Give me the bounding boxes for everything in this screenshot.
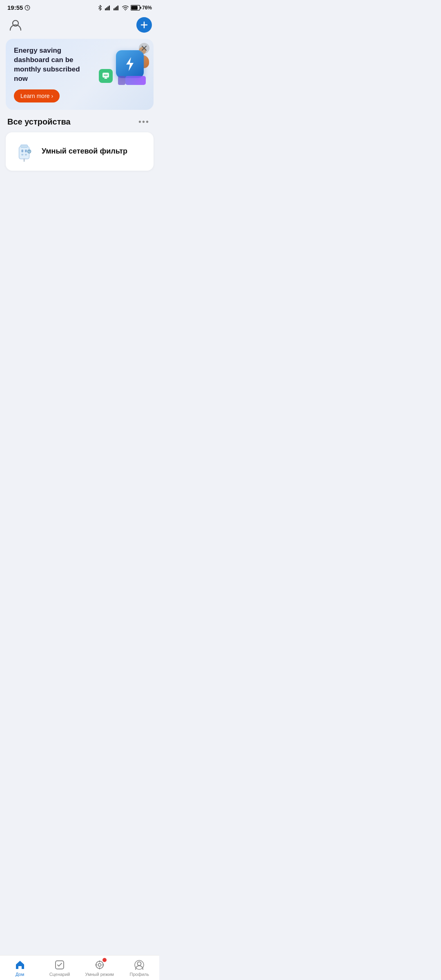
svg-point-9	[125, 10, 126, 10]
svg-rect-4	[109, 5, 110, 10]
svg-rect-1	[105, 8, 106, 10]
bluetooth-icon	[97, 5, 103, 11]
close-icon	[142, 46, 147, 51]
devices-section-header: Все устройства •••	[0, 116, 159, 132]
svg-rect-5	[114, 8, 114, 10]
power-strip-svg	[14, 141, 36, 162]
status-time: 19:55	[7, 4, 30, 11]
add-device-button[interactable]	[136, 17, 152, 33]
banner-images	[95, 46, 148, 87]
status-bar: 19:55	[0, 0, 159, 13]
svg-rect-6	[115, 7, 116, 10]
svg-rect-7	[116, 6, 117, 10]
purple-small-rect	[118, 76, 125, 85]
status-icons: 76%	[97, 5, 152, 11]
svg-rect-26	[21, 154, 23, 156]
clock-icon	[24, 5, 30, 11]
close-banner-button[interactable]	[139, 43, 149, 53]
battery-icon: 76%	[131, 5, 152, 11]
device-icon	[14, 140, 36, 163]
device-name: Умный сетевой фильтр	[42, 147, 127, 156]
wifi-icon	[122, 5, 129, 11]
learn-more-button[interactable]: Learn more ›	[14, 89, 60, 102]
svg-rect-2	[106, 7, 107, 10]
battery-percent: 76%	[142, 5, 152, 11]
svg-rect-24	[21, 149, 23, 152]
banner-text: Energy saving dashboard can be monthly s…	[14, 46, 95, 102]
purple-rect	[125, 76, 146, 85]
chat-bubble-icon	[99, 69, 113, 83]
signal-icon	[105, 5, 111, 11]
learn-more-label: Learn more	[20, 93, 50, 99]
signal-icon-2	[114, 5, 120, 11]
svg-rect-27	[25, 154, 27, 156]
profile-avatar-button[interactable]	[7, 17, 24, 33]
more-options-button[interactable]: •••	[136, 116, 152, 127]
svg-point-20	[104, 75, 105, 76]
lightning-box	[116, 50, 144, 78]
svg-point-22	[107, 75, 108, 76]
svg-rect-29	[20, 145, 27, 147]
lightning-icon	[121, 56, 138, 73]
promo-banner: Energy saving dashboard can be monthly s…	[6, 39, 154, 110]
plus-icon	[140, 21, 148, 29]
section-title: Все устройства	[7, 117, 71, 127]
chat-icon	[102, 72, 110, 80]
main-content: Energy saving dashboard can be monthly s…	[0, 39, 159, 224]
svg-rect-3	[107, 6, 108, 10]
app-header	[0, 13, 159, 39]
svg-rect-11	[131, 6, 138, 10]
svg-point-21	[105, 75, 107, 76]
device-card[interactable]: Умный сетевой фильтр	[6, 132, 154, 171]
svg-rect-23	[19, 146, 29, 159]
learn-more-arrow: ›	[51, 93, 53, 99]
svg-rect-25	[25, 149, 27, 152]
svg-marker-18	[126, 57, 134, 71]
battery-shape	[131, 5, 141, 11]
more-label: •••	[138, 117, 149, 126]
svg-rect-12	[140, 7, 141, 9]
svg-rect-8	[118, 5, 118, 10]
user-icon	[9, 18, 22, 32]
time-text: 19:55	[7, 4, 23, 11]
banner-title: Energy saving dashboard can be monthly s…	[14, 46, 95, 84]
